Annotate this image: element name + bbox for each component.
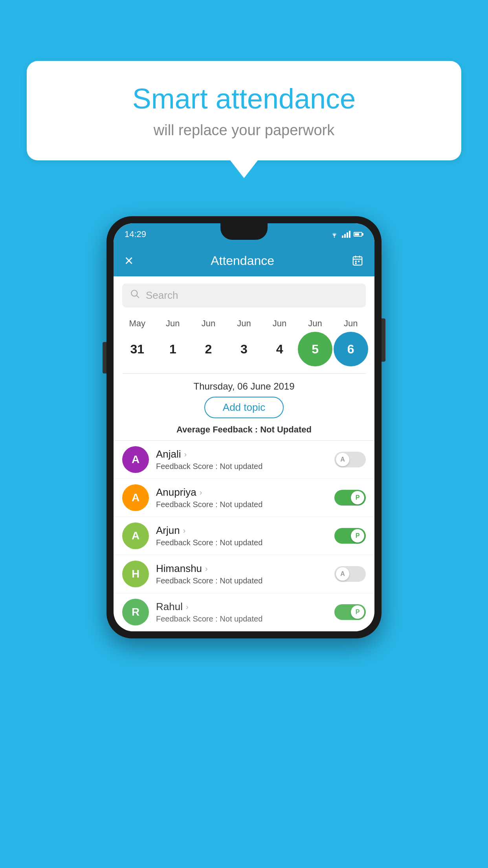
student-info-anjali: Anjali › Feedback Score : Not updated: [156, 448, 334, 471]
wifi-icon: [330, 231, 339, 238]
avatar-arjun: A: [122, 522, 149, 549]
svg-rect-1: [353, 257, 362, 265]
student-item-himanshu[interactable]: H Himanshu › Feedback Score : Not update…: [114, 555, 374, 593]
close-button[interactable]: ×: [125, 252, 133, 269]
notch: [220, 223, 268, 240]
chevron-rahul: ›: [186, 602, 189, 611]
cal-date-5[interactable]: 5: [298, 332, 332, 366]
student-feedback-anupriya: Feedback Score : Not updated: [156, 500, 334, 509]
speech-bubble-tail: [230, 160, 258, 178]
toggle-knob-anjali: A: [336, 453, 349, 466]
student-info-himanshu: Himanshu › Feedback Score : Not updated: [156, 563, 334, 585]
speech-bubble: Smart attendance will replace your paper…: [27, 61, 461, 160]
avg-feedback-label: Average Feedback :: [176, 425, 258, 434]
svg-rect-6: [358, 261, 360, 262]
student-feedback-rahul: Feedback Score : Not updated: [156, 614, 334, 623]
toggle-knob-anupriya: P: [351, 491, 364, 504]
student-name-anupriya: Anupriya ›: [156, 486, 334, 498]
cal-date-4[interactable]: 4: [262, 332, 297, 366]
selected-date-label: Thursday, 06 June 2019: [114, 374, 374, 397]
avatar-himanshu: H: [122, 561, 149, 587]
chevron-anjali: ›: [184, 450, 187, 459]
cal-month-6: Jun: [334, 318, 368, 329]
cal-date-3[interactable]: 3: [227, 332, 261, 366]
cal-month-1: Jun: [156, 318, 190, 329]
speech-bubble-subtitle: will replace your paperwork: [50, 122, 438, 139]
student-feedback-arjun: Feedback Score : Not updated: [156, 538, 334, 547]
cal-month-4: Jun: [262, 318, 297, 329]
student-item-rahul[interactable]: R Rahul › Feedback Score : Not updated P: [114, 593, 374, 631]
cal-month-0: May: [120, 318, 154, 329]
status-bar: 14:29: [114, 223, 374, 245]
student-info-anupriya: Anupriya › Feedback Score : Not updated: [156, 486, 334, 509]
student-item-anjali[interactable]: A Anjali › Feedback Score : Not updated …: [114, 441, 374, 479]
chevron-anupriya: ›: [200, 488, 202, 497]
speech-bubble-title: Smart attendance: [50, 83, 438, 115]
search-icon: [130, 289, 140, 302]
toggle-anjali[interactable]: A: [334, 452, 366, 467]
avatar-anjali: A: [122, 446, 149, 473]
search-placeholder: Search: [146, 289, 178, 302]
student-info-arjun: Arjun › Feedback Score : Not updated: [156, 524, 334, 547]
toggle-knob-arjun: P: [351, 529, 364, 542]
app-title: Attendance: [211, 254, 274, 268]
student-name-anjali: Anjali ›: [156, 448, 334, 460]
student-name-arjun: Arjun ›: [156, 524, 334, 537]
phone-screen: 14:29: [114, 223, 374, 631]
toggle-knob-rahul: P: [351, 605, 364, 619]
student-list: A Anjali › Feedback Score : Not updated …: [114, 440, 374, 631]
student-name-himanshu: Himanshu ›: [156, 563, 334, 575]
calendar-icon[interactable]: [352, 255, 363, 267]
chevron-himanshu: ›: [205, 564, 208, 573]
cal-date-2[interactable]: 2: [191, 332, 226, 366]
app-header: × Attendance: [114, 245, 374, 276]
cal-month-2: Jun: [191, 318, 226, 329]
toggle-rahul[interactable]: P: [334, 604, 366, 620]
speech-bubble-container: Smart attendance will replace your paper…: [27, 61, 461, 178]
student-name-rahul: Rahul ›: [156, 601, 334, 613]
cal-date-1[interactable]: 1: [156, 332, 190, 366]
phone-outer: 14:29: [106, 216, 382, 638]
toggle-knob-himanshu: A: [336, 567, 349, 581]
cal-month-3: Jun: [227, 318, 261, 329]
avg-feedback-value: Not Updated: [260, 425, 312, 434]
svg-point-8: [131, 290, 137, 296]
student-item-arjun[interactable]: A Arjun › Feedback Score : Not updated P: [114, 517, 374, 555]
search-bar[interactable]: Search: [122, 283, 366, 307]
toggle-anupriya[interactable]: P: [334, 490, 366, 506]
student-info-rahul: Rahul › Feedback Score : Not updated: [156, 601, 334, 623]
calendar-months-row: May Jun Jun Jun Jun Jun Jun: [114, 314, 374, 329]
cal-date-0[interactable]: 31: [120, 332, 154, 366]
student-feedback-himanshu: Feedback Score : Not updated: [156, 576, 334, 585]
avatar-rahul: R: [122, 599, 149, 625]
svg-rect-5: [355, 261, 357, 262]
battery-icon: [354, 232, 363, 237]
svg-point-0: [334, 236, 335, 237]
avatar-anupriya: A: [122, 484, 149, 511]
toggle-arjun[interactable]: P: [334, 528, 366, 544]
student-item-anupriya[interactable]: A Anupriya › Feedback Score : Not update…: [114, 479, 374, 517]
signal-bars-icon: [342, 231, 350, 238]
add-topic-button[interactable]: Add topic: [204, 397, 284, 418]
svg-rect-7: [355, 263, 357, 264]
toggle-himanshu[interactable]: A: [334, 566, 366, 582]
cal-date-6[interactable]: 6: [334, 332, 368, 366]
calendar-dates-row: 31 1 2 3 4 5 6: [114, 329, 374, 373]
status-time: 14:29: [125, 229, 146, 239]
student-feedback-anjali: Feedback Score : Not updated: [156, 462, 334, 471]
svg-line-9: [137, 296, 139, 298]
phone-wrapper: 14:29: [106, 216, 382, 638]
status-icons: [330, 231, 363, 238]
cal-month-5: Jun: [298, 318, 332, 329]
chevron-arjun: ›: [183, 526, 186, 535]
average-feedback: Average Feedback : Not Updated: [114, 425, 374, 440]
